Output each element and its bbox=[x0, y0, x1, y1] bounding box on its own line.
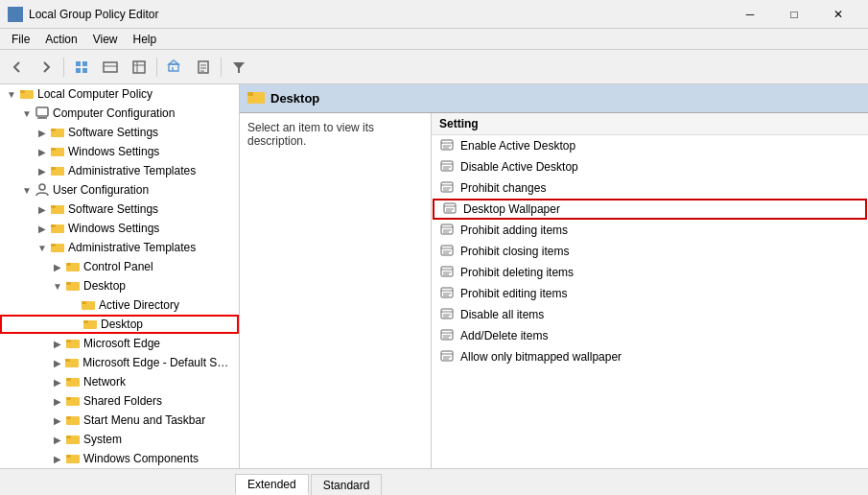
menu-action[interactable]: Action bbox=[37, 31, 84, 48]
root-label: Local Computer Policy bbox=[37, 87, 152, 101]
tree-system[interactable]: ▶ System bbox=[0, 430, 239, 449]
maximize-button[interactable]: □ bbox=[772, 0, 816, 29]
tree-desktop-child[interactable]: Desktop bbox=[0, 315, 239, 334]
desktop-parent-expand: ▼ bbox=[50, 276, 65, 295]
setting-prohibit-closing[interactable]: Prohibit closing items bbox=[432, 241, 868, 262]
setting-label-8: Disable all items bbox=[460, 308, 544, 321]
tree-desktop-parent[interactable]: ▼ Desktop bbox=[0, 276, 239, 295]
toolbar-btn-5[interactable] bbox=[190, 54, 217, 81]
sf-label: Shared Folders bbox=[83, 394, 162, 408]
setting-label-1: Disable Active Desktop bbox=[460, 160, 578, 174]
uc-admin-label: Administrative Templates bbox=[68, 241, 196, 254]
filter-button[interactable] bbox=[225, 54, 252, 81]
tree-cc-windows[interactable]: ▶ Windows Settings bbox=[0, 142, 239, 161]
tree-control-panel[interactable]: ▶ Control Panel bbox=[0, 257, 239, 276]
desktop-child-icon bbox=[82, 317, 98, 332]
sm-expand: ▶ bbox=[50, 411, 65, 430]
tree-windows-components[interactable]: ▶ Windows Components bbox=[0, 449, 239, 468]
svg-point-32 bbox=[39, 184, 45, 190]
setting-icon-8 bbox=[439, 307, 455, 322]
uc-windows-icon bbox=[50, 221, 65, 236]
description-panel: Select an item to view its description. bbox=[240, 113, 432, 468]
main-content: ▼ Local Computer Policy ▼ Computer Confi… bbox=[0, 84, 868, 468]
tree-computer-config[interactable]: ▼ Computer Configuration bbox=[0, 104, 239, 123]
setting-add-delete[interactable]: Add/Delete items bbox=[432, 325, 868, 346]
svg-rect-44 bbox=[82, 301, 86, 304]
menu-help[interactable]: Help bbox=[126, 31, 165, 48]
wc-expand: ▶ bbox=[50, 449, 65, 468]
svg-rect-2 bbox=[10, 15, 14, 20]
tab-standard[interactable]: Standard bbox=[311, 474, 383, 495]
svg-rect-42 bbox=[66, 282, 71, 285]
setting-prohibit-adding[interactable]: Prohibit adding items bbox=[432, 220, 868, 241]
cc-windows-expand: ▶ bbox=[35, 142, 50, 161]
tree-user-config[interactable]: ▼ User Configuration bbox=[0, 180, 239, 200]
setting-label-10: Allow only bitmapped wallpaper bbox=[460, 350, 622, 364]
tree-start-menu[interactable]: ▶ Start Menu and Taskbar bbox=[0, 411, 239, 430]
setting-desktop-wallpaper[interactable]: Desktop Wallpaper bbox=[433, 199, 867, 220]
bottom-tabs-bar: Extended Standard bbox=[0, 468, 868, 495]
tree-uc-admin[interactable]: ▼ Administrative Templates bbox=[0, 238, 239, 257]
menu-file[interactable]: File bbox=[4, 31, 37, 48]
settings-panel[interactable]: Setting Enable Active Desktop bbox=[432, 113, 868, 468]
cc-software-expand: ▶ bbox=[35, 123, 50, 142]
setting-allow-bitmap[interactable]: Allow only bitmapped wallpaper bbox=[432, 346, 868, 367]
tree-panel[interactable]: ▼ Local Computer Policy ▼ Computer Confi… bbox=[0, 84, 240, 468]
tree-cc-admin[interactable]: ▶ Administrative Templates bbox=[0, 161, 239, 180]
minimize-button[interactable]: ─ bbox=[728, 0, 772, 29]
desktop-parent-icon bbox=[65, 278, 81, 294]
me-label: Microsoft Edge bbox=[83, 337, 160, 350]
setting-prohibit-editing[interactable]: Prohibit editing items bbox=[432, 283, 868, 304]
menu-view[interactable]: View bbox=[85, 31, 126, 48]
close-button[interactable]: ✕ bbox=[816, 0, 860, 29]
tree-uc-software[interactable]: ▶ Software Settings bbox=[0, 200, 239, 219]
setting-icon-2 bbox=[439, 180, 455, 196]
toolbar-btn-1[interactable] bbox=[68, 54, 95, 81]
cc-windows-icon bbox=[50, 144, 65, 159]
svg-rect-52 bbox=[66, 378, 71, 381]
ad-label: Active Directory bbox=[99, 298, 179, 312]
me-icon bbox=[65, 336, 81, 351]
setting-prohibit-deleting[interactable]: Prohibit deleting items bbox=[432, 262, 868, 283]
setting-label-6: Prohibit deleting items bbox=[460, 266, 574, 279]
tree-root[interactable]: ▼ Local Computer Policy bbox=[0, 84, 239, 104]
cc-admin-label: Administrative Templates bbox=[68, 164, 196, 177]
sys-icon bbox=[65, 432, 81, 447]
setting-disable-active-desktop[interactable]: Disable Active Desktop bbox=[432, 156, 868, 177]
toolbar-btn-2[interactable] bbox=[97, 54, 124, 81]
tree-ms-edge-default[interactable]: ▶ Microsoft Edge - Default Setti... bbox=[0, 353, 239, 372]
app-icon bbox=[8, 7, 23, 22]
setting-enable-active-desktop[interactable]: Enable Active Desktop bbox=[432, 135, 868, 156]
tree-active-directory[interactable]: Active Directory bbox=[0, 295, 239, 315]
setting-col-label: Setting bbox=[439, 117, 479, 130]
back-button[interactable] bbox=[4, 54, 31, 81]
forward-button[interactable] bbox=[33, 54, 59, 81]
tree-shared-folders[interactable]: ▶ Shared Folders bbox=[0, 391, 239, 411]
desktop-child-label: Desktop bbox=[101, 318, 143, 331]
med-label: Microsoft Edge - Default Setti... bbox=[82, 356, 235, 369]
svg-rect-98 bbox=[441, 309, 453, 318]
tree-cc-software[interactable]: ▶ Software Settings bbox=[0, 123, 239, 142]
setting-prohibit-changes[interactable]: Prohibit changes bbox=[432, 177, 868, 199]
root-expand-icon: ▼ bbox=[4, 84, 19, 104]
uc-windows-expand: ▶ bbox=[35, 219, 50, 238]
right-header: Desktop bbox=[240, 84, 868, 113]
wc-icon bbox=[65, 451, 81, 466]
tree-network[interactable]: ▶ Network bbox=[0, 372, 239, 391]
sf-expand: ▶ bbox=[50, 391, 65, 411]
right-body: Select an item to view its description. … bbox=[240, 113, 868, 468]
svg-rect-65 bbox=[247, 92, 253, 96]
toolbar-btn-4[interactable] bbox=[161, 54, 188, 81]
header-folder-icon bbox=[247, 88, 265, 108]
desktop-parent-label: Desktop bbox=[83, 279, 126, 293]
setting-label-9: Add/Delete items bbox=[460, 329, 548, 342]
tree-ms-edge[interactable]: ▶ Microsoft Edge bbox=[0, 334, 239, 353]
tab-extended[interactable]: Extended bbox=[235, 474, 309, 495]
computer-icon bbox=[35, 106, 50, 121]
toolbar-btn-3[interactable] bbox=[126, 54, 152, 81]
tree-uc-windows[interactable]: ▶ Windows Settings bbox=[0, 219, 239, 238]
right-panel: Desktop Select an item to view its descr… bbox=[240, 84, 868, 468]
setting-icon-6 bbox=[439, 265, 455, 280]
setting-disable-all[interactable]: Disable all items bbox=[432, 304, 868, 325]
svg-rect-34 bbox=[51, 205, 56, 208]
